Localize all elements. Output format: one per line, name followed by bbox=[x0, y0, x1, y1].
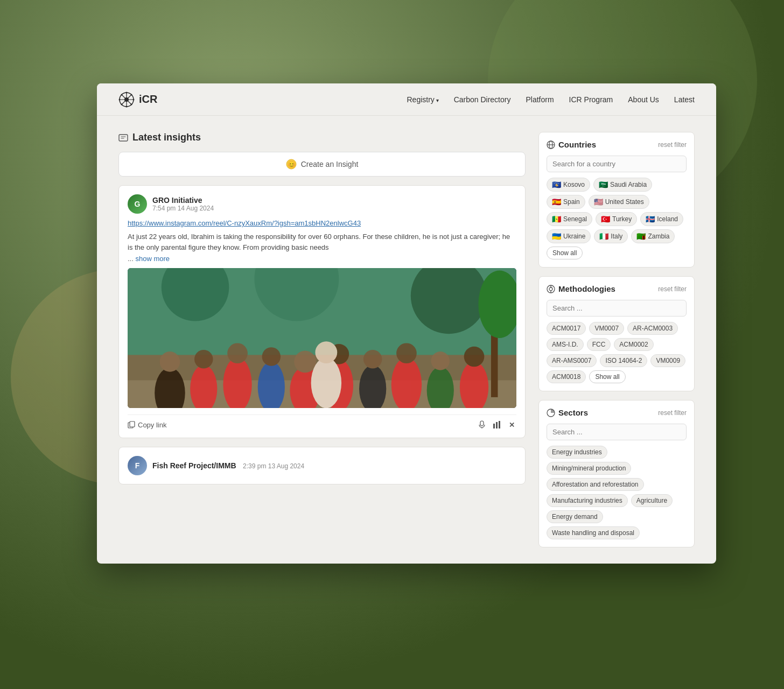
method-tag-ar-acm0003[interactable]: AR-ACM0003 bbox=[627, 322, 678, 335]
country-tag-zambia[interactable]: 🇿🇲 Zambia bbox=[631, 229, 675, 243]
svg-point-5 bbox=[133, 99, 135, 100]
svg-point-40 bbox=[311, 357, 342, 408]
globe-icon bbox=[547, 140, 555, 149]
method-tag-fcc[interactable]: FCC bbox=[587, 338, 611, 351]
nav-icr-program[interactable]: ICR Program bbox=[569, 95, 613, 104]
logo[interactable]: iCR bbox=[118, 92, 157, 108]
logo-text: iCR bbox=[139, 93, 157, 106]
post-timestamp-2: 2:39 pm 13 Aug 2024 bbox=[243, 462, 304, 470]
chart-icon bbox=[493, 420, 501, 429]
method-tag-ams-id[interactable]: AMS-I.D. bbox=[547, 338, 584, 351]
post-card-1: G GRO Initiative 7:54 pm 14 Aug 2024 htt… bbox=[118, 185, 526, 438]
method-tag-ar-ams0007[interactable]: AR-AMS0007 bbox=[547, 354, 597, 367]
insights-icon bbox=[118, 133, 128, 143]
x-icon: ✕ bbox=[508, 420, 516, 429]
section-header: Latest insights bbox=[118, 132, 526, 143]
svg-point-39 bbox=[464, 347, 485, 367]
countries-reset[interactable]: reset filter bbox=[658, 141, 687, 149]
logo-icon bbox=[118, 92, 135, 108]
post-author-name-1: GRO Initiative bbox=[152, 196, 214, 205]
post-timestamp-1: 7:54 pm 14 Aug 2024 bbox=[152, 205, 214, 212]
country-tag-spain[interactable]: 🇪🇸 Spain bbox=[547, 195, 585, 209]
copy-link-label: Copy link bbox=[138, 421, 166, 429]
create-insight-label: Create an Insight bbox=[301, 160, 359, 168]
main-content: Latest insights 😊 Create an Insight G GR… bbox=[97, 116, 716, 564]
nav-about-us[interactable]: About Us bbox=[628, 95, 659, 104]
methodologies-search-input[interactable] bbox=[547, 300, 687, 317]
method-tag-vm0009[interactable]: VM0009 bbox=[650, 354, 685, 367]
country-tag-turkey[interactable]: 🇹🇷 Turkey bbox=[596, 212, 637, 226]
chart-action[interactable] bbox=[493, 420, 501, 429]
nav-carbon-directory[interactable]: Carbon Directory bbox=[454, 95, 511, 104]
methodologies-filter-title: Methodologies bbox=[547, 284, 615, 293]
post-image-inner-1 bbox=[128, 268, 516, 408]
create-insight-button[interactable]: 😊 Create an Insight bbox=[118, 152, 526, 177]
method-tag-acm0017[interactable]: ACM0017 bbox=[547, 322, 586, 335]
svg-rect-10 bbox=[119, 135, 128, 141]
sector-tag-energy-demand[interactable]: Energy demand bbox=[547, 510, 603, 523]
svg-point-7 bbox=[131, 103, 132, 105]
method-tag-acm0018[interactable]: ACM0018 bbox=[547, 370, 586, 383]
post-author-info-1: GRO Initiative 7:54 pm 14 Aug 2024 bbox=[152, 196, 214, 212]
svg-text:✕: ✕ bbox=[509, 421, 515, 429]
methodologies-tag-list: ACM0017 VM0007 AR-ACM0003 AMS-I.D. FCC A… bbox=[547, 322, 687, 383]
countries-filter: Countries reset filter 🇽🇰 Kosovo 🇸🇦 Saud… bbox=[538, 132, 695, 268]
country-tag-kosovo[interactable]: 🇽🇰 Kosovo bbox=[547, 178, 590, 192]
sector-tag-mining[interactable]: Mining/mineral production bbox=[547, 462, 631, 475]
svg-text:😊: 😊 bbox=[287, 160, 295, 168]
country-tag-italy[interactable]: 🇮🇹 Italy bbox=[594, 229, 628, 243]
svg-point-1 bbox=[124, 97, 129, 102]
methodologies-show-all[interactable]: Show all bbox=[589, 370, 625, 383]
countries-filter-title: Countries bbox=[547, 140, 596, 149]
country-tag-saudi-arabia[interactable]: 🇸🇦 Saudi Arabia bbox=[593, 178, 652, 192]
sector-tag-waste[interactable]: Waste handling and disposal bbox=[547, 526, 640, 539]
method-tag-acm0002[interactable]: ACM0002 bbox=[614, 338, 653, 351]
navigation: iCR Registry Carbon Directory Platform I… bbox=[97, 83, 716, 116]
post-footer-1: Copy link bbox=[128, 414, 516, 429]
create-insight-icon: 😊 bbox=[286, 159, 297, 170]
sector-tag-energy[interactable]: Energy industries bbox=[547, 446, 607, 459]
svg-rect-45 bbox=[130, 421, 135, 427]
nav-registry[interactable]: Registry bbox=[407, 95, 438, 104]
svg-point-37 bbox=[431, 351, 450, 370]
nav-links: Registry Carbon Directory Platform ICR P… bbox=[407, 95, 695, 104]
show-more-link-1[interactable]: show more bbox=[135, 255, 170, 263]
x-action[interactable]: ✕ bbox=[508, 420, 516, 429]
country-tag-senegal[interactable]: 🇸🇳 Senegal bbox=[547, 212, 592, 226]
method-tag-iso14064[interactable]: ISO 14064-2 bbox=[600, 354, 647, 367]
nav-platform[interactable]: Platform bbox=[526, 95, 554, 104]
mic-action[interactable] bbox=[478, 420, 486, 429]
countries-show-all[interactable]: Show all bbox=[547, 247, 583, 259]
copy-link-icon bbox=[128, 421, 135, 428]
methodology-icon bbox=[547, 285, 555, 293]
svg-point-41 bbox=[315, 341, 337, 363]
country-tag-iceland[interactable]: 🇮🇸 Iceland bbox=[640, 212, 683, 226]
svg-point-29 bbox=[294, 351, 316, 373]
sector-tag-manufacturing[interactable]: Manufacturing industries bbox=[547, 494, 628, 507]
sectors-icon bbox=[547, 409, 555, 417]
country-tag-ukraine[interactable]: 🇺🇦 Ukraine bbox=[547, 229, 591, 243]
countries-tag-list: 🇽🇰 Kosovo 🇸🇦 Saudi Arabia 🇪🇸 Spain 🇺🇸 Un… bbox=[547, 178, 687, 259]
countries-filter-header: Countries reset filter bbox=[547, 140, 687, 149]
browser-window: iCR Registry Carbon Directory Platform I… bbox=[97, 83, 716, 564]
section-title: Latest insights bbox=[132, 132, 201, 143]
sectors-tag-list: Energy industries Mining/mineral product… bbox=[547, 446, 687, 539]
sectors-search-input[interactable] bbox=[547, 424, 687, 440]
countries-search-input[interactable] bbox=[547, 156, 687, 172]
methodologies-reset[interactable]: reset filter bbox=[658, 285, 687, 293]
feed-section: Latest insights 😊 Create an Insight G GR… bbox=[118, 132, 526, 484]
post-link-1[interactable]: https://www.instagram.com/reel/C-nzyXaux… bbox=[128, 219, 516, 227]
country-tag-united-states[interactable]: 🇺🇸 United States bbox=[589, 195, 649, 209]
sectors-filter-header: Sectors reset filter bbox=[547, 408, 687, 417]
show-more-1: ... show more bbox=[128, 255, 516, 263]
nav-latest[interactable]: Latest bbox=[674, 95, 695, 104]
sectors-reset[interactable]: reset filter bbox=[658, 409, 687, 417]
copy-link-action[interactable]: Copy link bbox=[128, 421, 166, 429]
method-tag-vm0007[interactable]: VM0007 bbox=[589, 322, 624, 335]
svg-rect-48 bbox=[493, 424, 495, 428]
sector-tag-afforestation[interactable]: Afforestation and reforestation bbox=[547, 478, 644, 491]
sector-tag-agriculture[interactable]: Agriculture bbox=[631, 494, 673, 507]
svg-point-9 bbox=[121, 103, 123, 105]
svg-point-25 bbox=[227, 343, 248, 363]
svg-point-8 bbox=[131, 94, 132, 95]
